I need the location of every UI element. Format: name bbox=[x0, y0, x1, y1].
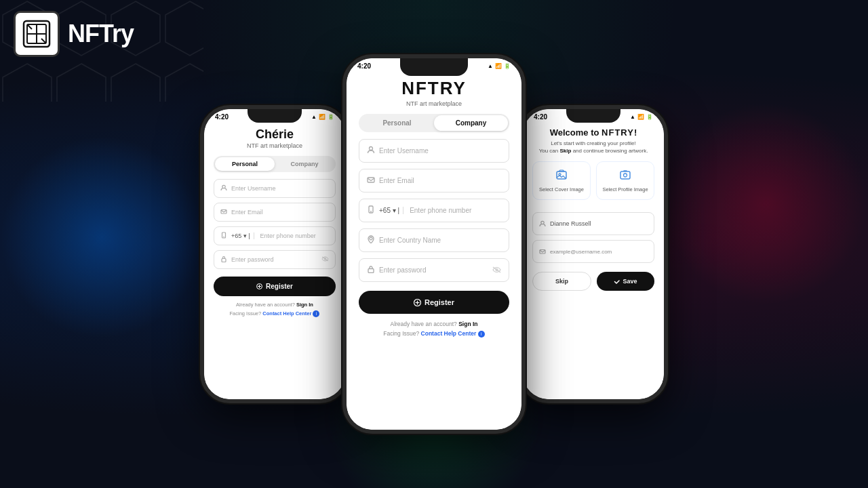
phones-container: 4:20 ▲ 📶 🔋 Chérie NTF art marketplace Pe… bbox=[0, 0, 868, 488]
svg-rect-19 bbox=[368, 178, 374, 182]
footer-signin-center: Already have an account? Sign In bbox=[359, 321, 509, 327]
status-icons-right: ▲ 📶 🔋 bbox=[630, 114, 653, 120]
status-time-center: 4:20 bbox=[357, 62, 371, 70]
phone-right-screen: 4:20 ▲ 📶 🔋 Welcome to NFTRY! Let's start… bbox=[523, 109, 664, 399]
welcome-subtitle: Let's start with creating your profile! … bbox=[532, 140, 654, 155]
password-field-center[interactable]: Enter password bbox=[359, 258, 509, 282]
country-placeholder-center: Enter Country Name bbox=[379, 237, 501, 244]
tab-company-left[interactable]: Company bbox=[275, 157, 334, 171]
password-field-left[interactable]: Enter password bbox=[214, 250, 336, 269]
register-btn-center[interactable]: Register bbox=[359, 291, 509, 314]
email-icon-left bbox=[220, 208, 227, 216]
phone-icon-left bbox=[220, 232, 227, 240]
name-field-right[interactable]: Dianne Russell bbox=[532, 212, 654, 235]
phone-right-notch bbox=[566, 109, 620, 123]
brand-logo-area: NFTry bbox=[14, 11, 134, 57]
profile-image-box[interactable]: Select Profile Image bbox=[596, 161, 654, 200]
status-icons-center: ▲ 📶 🔋 bbox=[488, 63, 511, 69]
signin-link-left[interactable]: Sign In bbox=[296, 302, 313, 308]
eye-icon-center[interactable] bbox=[492, 266, 501, 274]
status-time-right: 4:20 bbox=[534, 113, 547, 121]
help-link-center[interactable]: Contact Help Center bbox=[421, 330, 477, 337]
email-icon-right bbox=[539, 245, 546, 258]
help-link-left[interactable]: Contact Help Center bbox=[262, 310, 311, 317]
footer-signin-left: Already have an account? Sign In bbox=[214, 302, 336, 308]
save-btn-right[interactable]: Save bbox=[597, 272, 654, 291]
phone-placeholder-center: Enter phone number bbox=[410, 207, 501, 214]
status-icons-left: ▲ 📶 🔋 bbox=[311, 114, 334, 120]
lock-icon-center bbox=[367, 265, 375, 275]
phone-center-subtitle: NTF art marketplace bbox=[359, 100, 509, 107]
phone-left-title: Chérie bbox=[214, 127, 336, 142]
phone-field-center[interactable]: +65 ▾ | Enter phone number bbox=[359, 199, 509, 222]
cover-image-label: Select Cover Image bbox=[537, 186, 586, 192]
logo-svg bbox=[22, 19, 52, 49]
phone-center-content: NFTRY NTF art marketplace Personal Compa… bbox=[347, 71, 521, 430]
phone-center-tabs: Personal Company bbox=[359, 114, 509, 132]
email-placeholder-left: Enter Email bbox=[231, 209, 329, 216]
username-placeholder-left: Enter Username bbox=[231, 185, 329, 192]
phone-center-notch bbox=[400, 58, 468, 76]
username-field-center[interactable]: Enter Username bbox=[359, 139, 509, 163]
phone-code-center: +65 ▾ | bbox=[379, 207, 403, 214]
email-icon-center bbox=[367, 176, 375, 186]
phone-code-left: +65 ▾ | bbox=[231, 232, 254, 239]
svg-rect-23 bbox=[368, 269, 374, 273]
tab-company-center[interactable]: Company bbox=[434, 115, 508, 131]
phone-left-notch bbox=[248, 109, 302, 123]
tab-personal-center[interactable]: Personal bbox=[360, 115, 434, 131]
skip-btn-right[interactable]: Skip bbox=[532, 272, 591, 291]
profile-image-label: Select Profile Image bbox=[601, 186, 650, 192]
brand-name: NFTry bbox=[68, 20, 134, 48]
tab-personal-left[interactable]: Personal bbox=[215, 157, 275, 171]
signin-link-center[interactable]: Sign In bbox=[458, 321, 477, 327]
phone-left-screen: 4:20 ▲ 📶 🔋 Chérie NTF art marketplace Pe… bbox=[204, 109, 345, 399]
name-value-right: Dianne Russell bbox=[550, 220, 591, 227]
svg-rect-31 bbox=[620, 171, 630, 179]
password-placeholder-center: Enter password bbox=[379, 266, 488, 274]
footer-help-center: Facing Issue? Contact Help Center i bbox=[359, 330, 509, 338]
cover-image-icon bbox=[537, 169, 586, 184]
svg-line-7 bbox=[41, 39, 46, 43]
user-icon-right bbox=[539, 218, 546, 230]
lock-icon-left bbox=[220, 256, 227, 264]
cover-image-box[interactable]: Select Cover Image bbox=[532, 161, 591, 200]
image-select-row: Select Cover Image Select Profile Image bbox=[532, 161, 654, 200]
phone-icon-center bbox=[367, 205, 375, 216]
svg-point-22 bbox=[370, 237, 372, 240]
username-field-left[interactable]: Enter Username bbox=[214, 179, 336, 198]
svg-point-32 bbox=[624, 174, 627, 177]
svg-point-18 bbox=[370, 147, 373, 150]
welcome-brand: NFTRY bbox=[601, 127, 634, 138]
eye-icon-left[interactable] bbox=[321, 256, 329, 263]
logo-icon-box bbox=[14, 11, 60, 57]
phone-left: 4:20 ▲ 📶 🔋 Chérie NTF art marketplace Pe… bbox=[200, 105, 349, 403]
email-field-center[interactable]: Enter Email bbox=[359, 169, 509, 192]
email-field-left[interactable]: Enter Email bbox=[214, 203, 336, 222]
email-field-right[interactable]: example@username.com bbox=[532, 240, 654, 263]
location-icon-center bbox=[367, 235, 375, 245]
user-icon-center bbox=[367, 146, 375, 156]
svg-line-6 bbox=[27, 24, 32, 29]
action-row-right: Skip Save bbox=[532, 272, 654, 291]
country-field-center[interactable]: Enter Country Name bbox=[359, 228, 509, 252]
svg-point-30 bbox=[559, 174, 561, 176]
register-label-center: Register bbox=[425, 298, 454, 306]
phone-right: 4:20 ▲ 📶 🔋 Welcome to NFTRY! Let's start… bbox=[519, 105, 668, 403]
register-label-left: Register bbox=[266, 283, 293, 290]
phone-right-content: Welcome to NFTRY! Let's start with creat… bbox=[523, 122, 664, 399]
phone-left-subtitle: NTF art marketplace bbox=[214, 142, 336, 149]
svg-rect-12 bbox=[222, 259, 226, 262]
info-icon-center: i bbox=[478, 331, 485, 338]
phone-field-left[interactable]: +65 ▾ | Enter phone number bbox=[214, 226, 336, 245]
register-btn-left[interactable]: Register bbox=[214, 277, 336, 296]
user-icon-left bbox=[220, 184, 227, 192]
phone-center: 4:20 ▲ 📶 🔋 NFTRY NTF art marketplace Per… bbox=[342, 54, 526, 434]
username-placeholder-center: Enter Username bbox=[379, 147, 501, 155]
nftry-logo-center: NFTRY bbox=[359, 78, 509, 99]
profile-image-icon bbox=[601, 169, 650, 184]
status-time-left: 4:20 bbox=[215, 113, 229, 121]
nftry-logo-text: NFTRY bbox=[401, 78, 467, 98]
phone-placeholder-left: Enter phone number bbox=[260, 232, 329, 239]
welcome-title: Welcome to NFTRY! bbox=[532, 127, 654, 138]
